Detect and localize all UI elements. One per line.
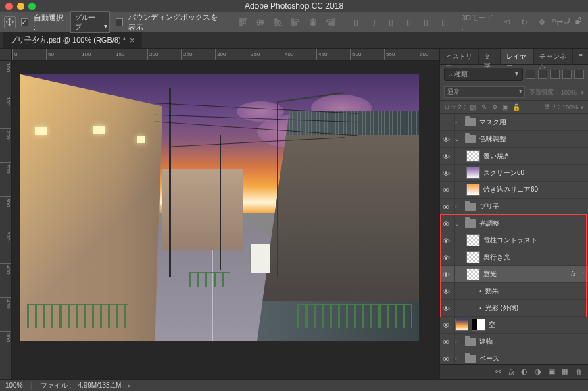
ruler-vertical[interactable]: 100150200250300350400450500 xyxy=(0,61,12,379)
align-vcenter-icon[interactable] xyxy=(253,16,267,29)
layer-visibility-toggle[interactable]: 👁 xyxy=(440,182,455,198)
disclosure-icon[interactable]: › xyxy=(455,119,462,126)
layer-visibility-toggle[interactable]: 👁 xyxy=(440,350,455,364)
canvas[interactable] xyxy=(20,74,419,341)
panel-menu-icon[interactable]: ≡ xyxy=(573,49,588,64)
layer-visibility-toggle[interactable]: 👁 xyxy=(440,266,455,282)
tab-type[interactable]: 文字 xyxy=(479,49,501,64)
orbit-icon[interactable]: ⟲ xyxy=(500,16,514,29)
auto-select-mode-select[interactable]: グループ xyxy=(70,11,110,33)
layer-visibility-toggle[interactable]: 👁 xyxy=(440,199,455,215)
disclosure-icon[interactable]: › xyxy=(455,355,462,362)
layer-visibility-toggle[interactable]: 👁 xyxy=(440,148,455,164)
layer-row[interactable]: 👁電柱コントラスト xyxy=(440,232,588,249)
layer-thumbnail[interactable] xyxy=(466,268,480,280)
lock-all-icon[interactable]: 🔒 xyxy=(512,103,520,111)
lock-artboard-icon[interactable]: ▣ xyxy=(501,103,510,111)
search-icon[interactable]: ⌕ xyxy=(552,16,556,24)
layer-thumbnail[interactable] xyxy=(466,150,480,162)
filter-shape-icon[interactable] xyxy=(562,70,572,79)
layer-row[interactable]: 👁焼き込みリニア60 xyxy=(440,182,588,199)
layer-row[interactable]: 👁●光彩 (外側) xyxy=(440,300,588,317)
layer-thumbnail[interactable] xyxy=(466,234,480,246)
align-hcenter-icon[interactable] xyxy=(306,16,320,29)
distribute-icon-3[interactable]: ▯ xyxy=(384,16,397,29)
layer-mask-thumbnail[interactable] xyxy=(472,319,485,331)
distribute-icon-2[interactable]: ▯ xyxy=(366,16,380,29)
layer-visibility-toggle[interactable] xyxy=(440,114,455,130)
layer-visibility-toggle[interactable]: 👁 xyxy=(440,165,455,181)
layer-row[interactable]: 👁奥行き光 xyxy=(440,249,588,266)
align-right-icon[interactable] xyxy=(324,16,337,29)
minimize-window-button[interactable] xyxy=(17,3,24,10)
layer-visibility-toggle[interactable]: 👁 xyxy=(440,215,455,232)
tab-layers[interactable]: レイヤー xyxy=(501,49,534,64)
layer-filter-select[interactable]: ⌕ 種類 ▾ xyxy=(444,68,523,81)
lock-transparency-icon[interactable]: ▧ xyxy=(468,103,477,111)
layer-row[interactable]: 👁›ベース xyxy=(440,350,588,364)
layer-thumbnail[interactable] xyxy=(455,319,468,331)
disclosure-icon[interactable]: › xyxy=(455,203,462,210)
layer-visibility-toggle[interactable]: 👁 xyxy=(440,317,455,333)
layer-visibility-toggle[interactable]: 👁 xyxy=(440,232,455,249)
ruler-horizontal[interactable]: 0501001502002503003504004505005506006507… xyxy=(12,49,439,61)
frame-icon[interactable]: ▢ xyxy=(563,16,570,24)
distribute-icon-5[interactable]: ▯ xyxy=(419,16,433,29)
layer-mask-icon[interactable]: ◐ xyxy=(521,367,528,376)
fx-badge[interactable]: fx xyxy=(571,271,577,278)
layer-row[interactable]: 👁覆い焼き xyxy=(440,148,588,165)
tab-history[interactable]: ヒストリー xyxy=(440,49,479,64)
distribute-icon-1[interactable]: ▯ xyxy=(349,16,362,29)
distribute-icon-6[interactable]: ▯ xyxy=(437,16,450,29)
filter-adjust-icon[interactable] xyxy=(538,70,547,79)
layer-thumbnail[interactable] xyxy=(466,184,480,196)
file-size-value[interactable]: 4.99M/133.1M xyxy=(78,382,121,389)
layer-fx-icon[interactable]: fx xyxy=(508,368,514,376)
distribute-icon-4[interactable]: ▯ xyxy=(401,16,415,29)
layer-row[interactable]: 👁⌵光調整 xyxy=(440,215,588,232)
bounding-box-checkbox[interactable] xyxy=(116,18,123,26)
layer-visibility-toggle[interactable]: 👁 xyxy=(440,249,455,265)
layer-thumbnail[interactable] xyxy=(466,167,480,179)
filter-pixel-icon[interactable] xyxy=(526,70,535,79)
blend-mode-select[interactable]: 通常 xyxy=(444,86,525,98)
roll-icon[interactable]: ↻ xyxy=(518,16,531,29)
link-layers-icon[interactable]: ⚯ xyxy=(495,367,501,376)
ruler-corner[interactable] xyxy=(0,49,12,61)
align-top-icon[interactable] xyxy=(236,16,249,29)
close-window-button[interactable] xyxy=(5,3,13,10)
close-tab-icon[interactable]: × xyxy=(130,35,135,45)
layer-visibility-toggle[interactable]: 👁 xyxy=(440,300,455,316)
auto-select-checkbox[interactable] xyxy=(21,18,28,26)
layer-row[interactable]: 👁⌵色味調整 xyxy=(440,131,588,148)
layer-row[interactable]: 👁スクリーン60 xyxy=(440,165,588,182)
opacity-value[interactable]: 100% xyxy=(561,89,577,96)
fill-value[interactable]: 100% xyxy=(562,104,578,111)
layer-visibility-toggle[interactable]: 👁 xyxy=(440,334,455,350)
layer-row[interactable]: 👁空 xyxy=(440,317,588,334)
layer-group-icon[interactable]: ▣ xyxy=(548,367,555,376)
pan-icon[interactable]: ✥ xyxy=(535,16,549,29)
lock-position-icon[interactable]: ✥ xyxy=(490,103,499,111)
delete-layer-icon[interactable]: 🗑 xyxy=(575,368,583,376)
zoom-level[interactable]: 100% xyxy=(5,382,23,389)
tab-channels[interactable]: チャンネル xyxy=(534,49,572,64)
layer-row[interactable]: 👁窓光fx⌃ xyxy=(440,266,588,283)
layer-row[interactable]: 👁●効果 xyxy=(440,283,588,300)
new-layer-icon[interactable]: ▦ xyxy=(562,367,568,376)
disclosure-icon[interactable]: ⌵ xyxy=(455,136,462,142)
adjustment-layer-icon[interactable]: ◑ xyxy=(535,367,541,376)
move-tool-icon[interactable] xyxy=(4,16,16,28)
align-bottom-icon[interactable] xyxy=(271,16,285,29)
document-tab[interactable]: プリ子夕方.psd @ 100% (RGB/8) * × xyxy=(3,32,142,48)
maximize-window-button[interactable] xyxy=(28,3,36,10)
filter-type-icon[interactable] xyxy=(550,70,560,79)
layer-thumbnail[interactable] xyxy=(466,251,480,263)
align-left-icon[interactable] xyxy=(289,16,302,29)
lock-pixels-icon[interactable]: ✎ xyxy=(479,103,488,111)
layer-row[interactable]: 👁›プリ子 xyxy=(440,199,588,215)
filter-smart-icon[interactable] xyxy=(574,70,584,79)
disclosure-icon[interactable]: › xyxy=(455,338,462,345)
layer-row[interactable]: 👁›建物 xyxy=(440,334,588,350)
layer-visibility-toggle[interactable]: 👁 xyxy=(440,131,455,147)
